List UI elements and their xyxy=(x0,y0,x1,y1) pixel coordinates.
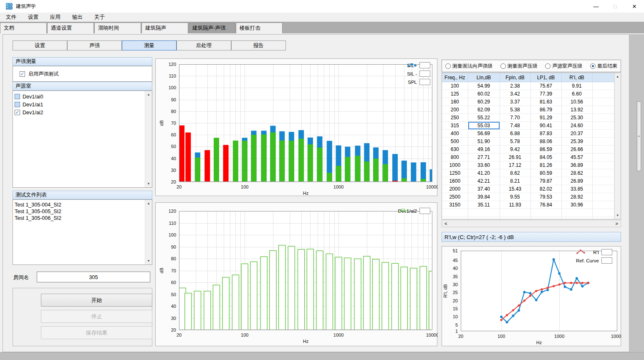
table-cell[interactable] xyxy=(592,106,614,114)
table-column-header[interactable]: Freq., Hz xyxy=(442,73,468,82)
table-cell[interactable] xyxy=(592,154,614,161)
table-cell[interactable]: 15.43 xyxy=(500,185,530,193)
table-cell[interactable]: 250 xyxy=(442,114,468,122)
channel-list-item[interactable]: ✓Dev1/ai2 xyxy=(13,108,145,116)
table-cell[interactable]: 630 xyxy=(442,146,468,154)
table-cell[interactable]: 1000 xyxy=(442,161,468,169)
table-cell[interactable]: 315 xyxy=(442,122,468,130)
table-cell[interactable] xyxy=(592,114,614,122)
collapse-panel-handle[interactable]: < xyxy=(637,101,641,171)
table-cell[interactable]: 51.90 xyxy=(468,138,500,146)
table-cell[interactable]: 3150 xyxy=(442,201,468,209)
table-cell[interactable]: 500 xyxy=(442,138,468,146)
table-cell[interactable]: 8.21 xyxy=(500,177,530,185)
table-cell[interactable]: 20.37 xyxy=(561,130,592,138)
view-option-radio[interactable]: 最后结果 xyxy=(590,63,617,70)
table-cell[interactable]: 7.48 xyxy=(500,122,530,130)
table-column-header[interactable]: LIn,dB xyxy=(468,73,500,82)
table-cell[interactable] xyxy=(468,217,500,220)
table-cell[interactable] xyxy=(592,130,614,138)
table-cell[interactable]: 79.53 xyxy=(530,193,561,201)
table-cell[interactable]: 800 xyxy=(442,154,468,161)
table-cell[interactable]: 6.88 xyxy=(500,130,530,138)
table-cell[interactable]: 27.71 xyxy=(468,154,500,161)
table-cell[interactable]: 11.93 xyxy=(500,201,530,209)
table-cell[interactable] xyxy=(500,217,530,220)
menu-item[interactable]: 设置 xyxy=(22,14,44,21)
table-cell[interactable] xyxy=(442,209,468,217)
main-tab[interactable]: 文档 xyxy=(0,23,47,33)
main-tab[interactable]: 建筑隔声 xyxy=(141,23,188,33)
menu-item[interactable]: 输出 xyxy=(66,14,88,21)
table-column-header[interactable]: FpIn, dB xyxy=(500,73,530,82)
table-cell[interactable]: 76.84 xyxy=(530,201,561,209)
table-cell[interactable] xyxy=(592,217,614,220)
table-cell[interactable] xyxy=(468,209,500,217)
start-button[interactable]: 开始 xyxy=(41,294,152,307)
main-tab[interactable]: 建筑隔声-声强 xyxy=(189,23,235,33)
table-cell[interactable]: 9.55 xyxy=(500,193,530,201)
table-column-header[interactable] xyxy=(592,73,614,82)
table-cell[interactable]: 45.57 xyxy=(561,154,592,161)
table-cell[interactable] xyxy=(592,138,614,146)
table-cell[interactable]: 91.29 xyxy=(530,114,561,122)
main-tab[interactable]: 混响时间 xyxy=(94,23,141,33)
table-cell[interactable]: 42.21 xyxy=(468,177,500,185)
scroll-left-icon[interactable]: < xyxy=(444,221,447,226)
table-cell[interactable]: 28.62 xyxy=(561,169,592,177)
table-cell[interactable]: 80.59 xyxy=(530,169,561,177)
table-cell[interactable]: 81.63 xyxy=(530,98,561,106)
table-cell[interactable] xyxy=(592,177,614,185)
channel-list-item[interactable]: Dev1/ai1 xyxy=(13,101,145,108)
table-cell[interactable]: 17.12 xyxy=(500,161,530,169)
table-cell[interactable]: 35.11 xyxy=(468,201,500,209)
table-hscrollbar[interactable]: < > xyxy=(442,220,621,227)
table-cell[interactable]: 90.41 xyxy=(530,122,561,130)
test-file-item[interactable]: Test 1_305-006_SI2 xyxy=(13,215,145,222)
table-cell[interactable] xyxy=(592,209,614,217)
view-option-radio[interactable]: 测量面法向声强级 xyxy=(445,63,492,70)
subtab[interactable]: 测量 xyxy=(122,40,177,50)
maximize-button[interactable]: □ xyxy=(606,0,625,13)
table-cell[interactable]: 1600 xyxy=(442,177,468,185)
scroll-up-icon[interactable]: ▲ xyxy=(147,91,150,98)
table-cell[interactable]: 2.38 xyxy=(500,82,530,90)
table-cell[interactable]: 26.91 xyxy=(500,154,530,161)
channel-list-item[interactable]: Dev1/ai0 xyxy=(13,93,145,101)
table-cell[interactable]: 82.02 xyxy=(530,185,561,193)
table-cell[interactable]: 56.69 xyxy=(468,130,500,138)
menu-item[interactable]: 文件 xyxy=(0,14,22,21)
scroll-up-icon[interactable]: ▲ xyxy=(616,73,619,80)
table-cell[interactable] xyxy=(592,161,614,169)
table-cell[interactable] xyxy=(592,122,614,130)
table-cell[interactable]: 75.67 xyxy=(530,82,561,90)
table-cell[interactable]: 100 xyxy=(442,82,468,90)
save-result-button[interactable]: 保存结果 xyxy=(41,326,152,339)
scroll-down-icon[interactable]: ▼ xyxy=(616,212,619,219)
table-column-header[interactable]: R'I, dB xyxy=(561,73,592,82)
subtab[interactable]: 声强 xyxy=(67,40,122,50)
table-cell[interactable]: 54.99 xyxy=(468,82,500,90)
table-cell[interactable]: 9.91 xyxy=(561,82,592,90)
table-cell[interactable]: 84.05 xyxy=(530,154,561,161)
subtab[interactable]: 后处理 xyxy=(177,40,231,50)
table-cell[interactable]: 49.16 xyxy=(468,146,500,154)
table-cell[interactable] xyxy=(592,201,614,209)
table-cell[interactable]: 2500 xyxy=(442,193,468,201)
test-file-scrollbar[interactable]: ▲ ▼ xyxy=(145,200,152,264)
table-cell[interactable]: 87.83 xyxy=(530,130,561,138)
test-file-item[interactable]: Test 1_305-004_SI2 xyxy=(13,201,145,208)
table-cell[interactable] xyxy=(592,193,614,201)
subtab[interactable]: 设置 xyxy=(13,40,67,50)
table-cell[interactable] xyxy=(561,217,592,220)
table-cell[interactable]: 8.62 xyxy=(500,169,530,177)
radio-icon[interactable] xyxy=(590,63,596,69)
table-vscrollbar[interactable]: ▲ ▼ xyxy=(614,73,621,219)
table-cell[interactable] xyxy=(500,209,530,217)
table-cell[interactable]: 26.89 xyxy=(561,177,592,185)
table-cell[interactable]: 37.40 xyxy=(468,185,500,193)
table-cell[interactable]: 3.37 xyxy=(500,98,530,106)
scroll-down-icon[interactable]: ▼ xyxy=(147,180,150,187)
table-cell[interactable]: 81.26 xyxy=(530,161,561,169)
table-cell[interactable]: 5.78 xyxy=(500,138,530,146)
